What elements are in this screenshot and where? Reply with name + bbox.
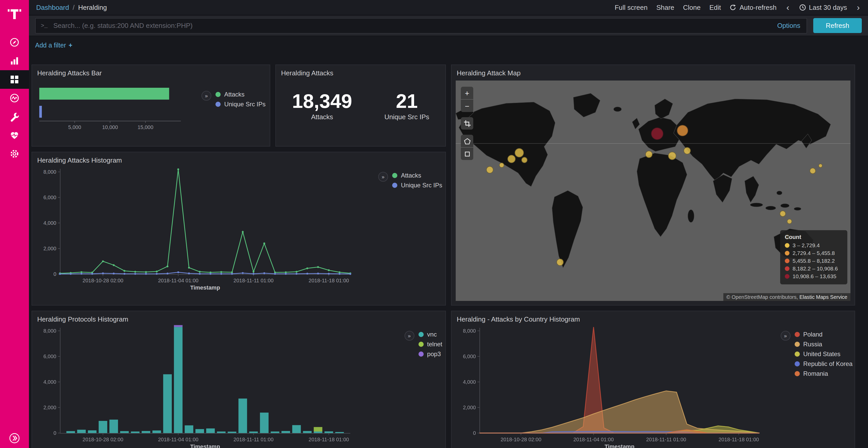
legend-item[interactable]: 3 – 2,729.4 xyxy=(785,242,843,248)
sidebar-item-discover[interactable] xyxy=(0,33,29,51)
legend-items: AttacksUnique Src IPs xyxy=(392,172,442,192)
legend-label: 8,182.2 – 10,908.6 xyxy=(793,265,838,272)
time-range-button[interactable]: Last 30 days xyxy=(799,4,847,11)
svg-text:2018-11-18 01:00: 2018-11-18 01:00 xyxy=(309,437,349,442)
attack-location-marker[interactable] xyxy=(499,163,504,168)
svg-text:2018-10-28 02:00: 2018-10-28 02:00 xyxy=(83,278,123,283)
map-draw-polygon-button[interactable] xyxy=(461,135,473,147)
svg-text:2,000: 2,000 xyxy=(463,405,476,410)
legend-toggle-icon[interactable] xyxy=(378,172,388,182)
map-zoom-out-button[interactable]: − xyxy=(461,100,473,112)
metric-label: Unique Src IPs xyxy=(384,113,429,120)
search-bar: >_ Options Refresh xyxy=(29,15,868,36)
svg-text:4,000: 4,000 xyxy=(43,220,56,226)
sidebar-item-visualize[interactable] xyxy=(0,51,29,70)
auto-refresh-button[interactable]: Auto-refresh xyxy=(730,4,777,11)
edit-button[interactable]: Edit xyxy=(709,4,721,11)
legend-label: 10,908.6 – 13,635 xyxy=(793,273,836,279)
map-attribution: © OpenStreetMap contributors, Elastic Ma… xyxy=(723,293,850,301)
time-forward-button[interactable]: › xyxy=(856,3,861,12)
svg-text:6,000: 6,000 xyxy=(463,353,476,359)
legend-item[interactable]: Unique Src IPs xyxy=(215,101,266,108)
legend-items: vnctelnetpop3 xyxy=(418,331,442,360)
legend-item[interactable]: Poland xyxy=(795,331,852,338)
legend-swatch xyxy=(795,332,800,337)
legend-item[interactable]: telnet xyxy=(418,341,442,348)
map-draw-rectangle-button[interactable] xyxy=(461,148,473,160)
legend-toggle-icon[interactable] xyxy=(202,91,211,101)
filter-bar: Add a filter + xyxy=(29,36,868,55)
sidebar-item-dev-tools[interactable] xyxy=(0,107,29,126)
map-fit-bounds-button[interactable] xyxy=(461,117,473,130)
map-zoom-in-button[interactable]: + xyxy=(461,87,473,99)
sidebar-item-dashboard[interactable] xyxy=(0,70,29,89)
attack-location-marker[interactable] xyxy=(521,157,528,163)
attack-location-marker[interactable] xyxy=(677,125,688,136)
full-screen-button[interactable]: Full screen xyxy=(615,4,647,11)
panel-title: Heralding Protocols Histogram xyxy=(32,311,445,324)
refresh-button[interactable]: Refresh xyxy=(813,18,862,33)
attack-location-marker[interactable] xyxy=(651,128,663,140)
country-histogram-chart[interactable]: 02,0004,0006,0008,0002018-10-28 02:00201… xyxy=(454,325,764,448)
crop-icon xyxy=(464,120,470,127)
sidebar-item-monitoring[interactable] xyxy=(0,126,29,144)
legend-item[interactable]: vnc xyxy=(418,331,442,338)
legend-item[interactable]: Unique Src IPs xyxy=(392,182,442,189)
attack-location-marker[interactable] xyxy=(515,148,524,158)
legend-label: Romania xyxy=(803,370,828,377)
breadcrumb: Dashboard / Heralding xyxy=(36,4,107,11)
attack-location-marker[interactable] xyxy=(787,219,792,224)
protocols-histogram-chart[interactable]: 02,0004,0006,0008,0002018-10-28 02:00201… xyxy=(34,325,354,448)
attack-location-marker[interactable] xyxy=(810,168,816,174)
chart-legend: AttacksUnique Src IPs xyxy=(378,172,442,192)
attacks-bar-chart[interactable]: 5,00010,00015,000 xyxy=(35,80,190,138)
telekom-logo[interactable] xyxy=(0,0,29,28)
attack-location-marker[interactable] xyxy=(780,211,786,217)
legend-toggle-icon[interactable] xyxy=(780,331,790,341)
panel-title: Heralding Attacks Bar xyxy=(32,65,270,78)
legend-item[interactable]: 8,182.2 – 10,908.6 xyxy=(785,265,843,272)
legend-item[interactable]: 10,908.6 – 13,635 xyxy=(785,273,843,279)
legend-item[interactable]: Russia xyxy=(795,341,852,348)
legend-item[interactable]: Romania xyxy=(795,370,852,377)
legend-item[interactable]: Republic of Korea xyxy=(795,360,852,368)
clone-button[interactable]: Clone xyxy=(683,4,701,11)
add-filter-link[interactable]: Add a filter + xyxy=(35,42,72,49)
attack-location-marker[interactable] xyxy=(683,147,690,154)
legend-item[interactable]: Attacks xyxy=(215,91,266,98)
legend-item[interactable]: pop3 xyxy=(418,350,442,358)
metric-value: 18,349 xyxy=(292,90,352,113)
svg-text:8,000: 8,000 xyxy=(43,169,56,175)
breadcrumb-separator: / xyxy=(72,4,74,11)
legend-item[interactable]: 2,729.4 – 5,455.8 xyxy=(785,250,843,256)
attack-location-marker[interactable] xyxy=(556,259,563,266)
legend-toggle-icon[interactable] xyxy=(404,331,414,341)
legend-swatch xyxy=(785,266,789,271)
dashboard-icon xyxy=(9,74,20,84)
attack-location-marker[interactable] xyxy=(507,154,516,163)
world-map[interactable]: + − xyxy=(456,80,850,301)
search-input[interactable] xyxy=(52,21,772,30)
metric-group: 18,349 Attacks 21 Unique Src IPs xyxy=(276,78,445,120)
attack-location-marker[interactable] xyxy=(668,152,676,160)
collapse-nav-button[interactable] xyxy=(0,433,29,444)
attack-location-marker[interactable] xyxy=(486,166,493,173)
legend-item[interactable]: Attacks xyxy=(392,172,442,179)
legend-label: United States xyxy=(803,350,840,358)
legend-item[interactable]: United States xyxy=(795,350,852,358)
sidebar-item-management[interactable] xyxy=(0,144,29,163)
svg-text:2,000: 2,000 xyxy=(43,246,56,251)
svg-text:8,000: 8,000 xyxy=(463,328,476,334)
breadcrumb-dashboard-link[interactable]: Dashboard xyxy=(36,4,69,11)
search-box[interactable]: >_ Options xyxy=(35,18,807,33)
timelion-icon xyxy=(9,93,20,103)
options-link[interactable]: Options xyxy=(777,22,801,29)
legend-item[interactable]: 5,455.8 – 8,182.2 xyxy=(785,257,843,264)
time-back-button[interactable]: ‹ xyxy=(785,3,790,12)
attack-location-marker[interactable] xyxy=(645,151,652,158)
sidebar-item-timelion[interactable] xyxy=(0,89,29,107)
svg-text:8,000: 8,000 xyxy=(43,328,56,334)
share-button[interactable]: Share xyxy=(656,4,674,11)
attack-location-marker[interactable] xyxy=(818,164,823,168)
attacks-histogram-chart[interactable]: 02,0004,0006,0008,0002018-10-28 02:00201… xyxy=(34,166,354,299)
